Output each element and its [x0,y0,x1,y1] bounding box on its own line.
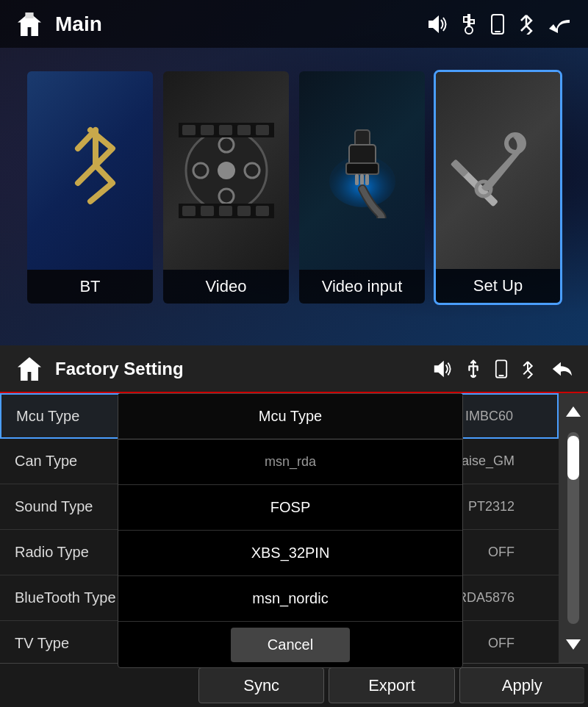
scroll-thumb[interactable] [567,436,579,480]
phone-icon[interactable] [490,14,505,35]
export-button[interactable]: Export [329,667,454,703]
card-video-image [163,71,289,270]
dropdown-item-mcutype[interactable]: Mcu Type [118,394,462,439]
card-video-label: Video [163,270,289,304]
volume-icon[interactable] [426,14,448,35]
svg-rect-30 [346,163,379,174]
top-section: Main [0,0,588,345]
svg-rect-8 [495,31,501,32]
top-header: Main [0,0,588,48]
bottom-phone-icon[interactable] [495,359,508,378]
bottom-bluetooth-icon[interactable] [521,359,534,378]
top-title: Main [55,12,426,36]
card-setup-image [436,72,560,269]
bottom-section: Factory Setting [0,345,588,707]
settings-area: Mcu Type IMBC60 Can Type Raise_GM Sound … [0,393,588,663]
svg-rect-31 [355,174,359,185]
card-bt-image [27,71,153,270]
scroll-track [567,432,579,624]
card-videoinput[interactable]: Video input [298,70,426,305]
card-video[interactable]: Video [162,70,290,305]
svg-rect-26 [256,206,269,216]
svg-rect-22 [182,206,196,216]
video-icon [179,123,274,218]
bottom-buttons: Sync Export Apply [0,663,588,707]
card-bt-label: BT [27,270,153,304]
bluetooth-icon[interactable] [518,14,534,35]
dropdown-item-msnrda[interactable]: msn_rda [118,439,462,485]
card-setup[interactable]: Set Up [434,70,562,305]
setting-sound-value: PT2312 [468,499,514,514]
usb-icon[interactable] [461,14,477,35]
svg-rect-19 [219,125,232,135]
setting-mcu-value: IMBC60 [465,409,513,424]
scroll-up-button[interactable] [560,397,587,426]
scrollbar [559,393,588,663]
svg-rect-21 [256,125,269,135]
scroll-down-button[interactable] [560,630,587,659]
svg-rect-32 [360,174,364,185]
bottom-title: Factory Setting [55,359,431,379]
home-icon[interactable] [15,10,44,39]
setup-icon [451,123,546,218]
svg-rect-18 [201,125,214,135]
svg-marker-43 [566,639,581,650]
svg-rect-25 [237,206,251,216]
svg-rect-23 [201,206,214,216]
svg-rect-33 [365,174,369,185]
svg-rect-17 [182,125,196,135]
svg-marker-42 [566,406,581,417]
cards-area: BT [0,48,588,327]
svg-rect-1 [25,12,33,18]
dropdown-item-xbs32pin[interactable]: XBS_32PIN [118,531,462,576]
bottom-volume-icon[interactable] [431,359,452,378]
dropdown-menu: Mcu Type msn_rda FOSP XBS_32PIN msn_nord… [118,393,463,668]
apply-button[interactable]: Apply [459,667,584,703]
dropdown-cancel-area: Cancel [118,622,462,667]
bt-icon [57,123,123,218]
bottom-usb-icon[interactable] [465,359,481,378]
svg-rect-41 [498,375,503,376]
card-videoinput-label: Video input [299,270,425,304]
bottom-home-icon[interactable] [15,354,44,384]
cancel-button[interactable]: Cancel [231,628,350,662]
bottom-header: Factory Setting [0,345,588,393]
svg-point-10 [218,162,235,179]
setting-radio-value: OFF [488,545,514,560]
dropdown-item-fosp[interactable]: FOSP [118,485,462,531]
bottom-back-icon[interactable] [548,359,573,378]
bottom-icons [431,359,573,378]
dropdown-item-msnnordic[interactable]: msn_nordic [118,576,462,622]
svg-marker-38 [18,357,41,381]
card-videoinput-image [299,71,425,270]
videoinput-icon [318,123,406,218]
svg-rect-35 [451,159,469,177]
back-icon[interactable] [548,14,573,35]
svg-rect-20 [237,125,251,135]
setting-tv-value: OFF [488,636,514,651]
svg-point-6 [465,26,473,34]
svg-marker-2 [429,15,439,33]
svg-marker-39 [434,360,444,376]
card-bt[interactable]: BT [26,70,154,305]
svg-rect-24 [219,206,232,216]
top-icons [426,14,573,35]
sync-button[interactable]: Sync [198,667,324,703]
card-setup-label: Set Up [436,269,560,303]
